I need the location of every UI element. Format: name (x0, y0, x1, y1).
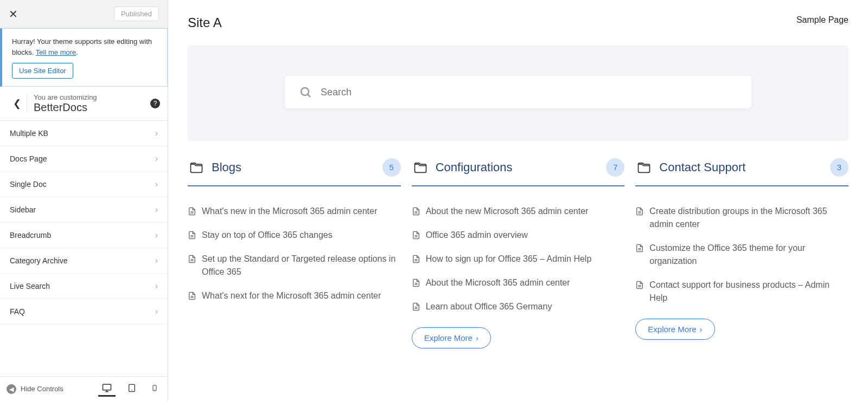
doc-title: Set up the Standard or Targeted release … (202, 253, 401, 279)
card-header: Contact Support 3 (635, 154, 848, 186)
menu-item-multiple-kb[interactable]: Multiple KB › (0, 121, 168, 146)
customizer-menu: Multiple KB › Docs Page › Single Doc › S… (0, 121, 168, 376)
menu-label: Docs Page (10, 154, 47, 163)
svg-line-8 (308, 94, 310, 97)
doc-item[interactable]: About the Microsoft 365 admin center (412, 271, 625, 295)
doc-list: Create distribution groups in the Micros… (635, 199, 848, 310)
collapse-icon: ◀ (7, 384, 16, 394)
card-title[interactable]: Contact Support (659, 160, 824, 174)
doc-title: Office 365 admin overview (426, 229, 528, 242)
hide-controls-label: Hide Controls (21, 385, 63, 393)
doc-title: Create distribution groups in the Micros… (649, 205, 848, 231)
doc-item[interactable]: About the new Microsoft 365 admin center (412, 199, 625, 223)
help-icon[interactable]: ? (150, 99, 160, 108)
document-icon (412, 230, 420, 240)
doc-item[interactable]: Customize the Office 365 theme for your … (635, 236, 848, 273)
menu-label: Multiple KB (10, 129, 48, 138)
doc-title: About the Microsoft 365 admin center (426, 276, 570, 289)
chevron-right-icon: › (155, 154, 158, 164)
site-editor-notice: Hurray! Your theme supports site editing… (0, 28, 168, 87)
doc-item[interactable]: Learn about Office 365 Germany (412, 295, 625, 319)
document-icon (412, 302, 420, 312)
sample-page-link[interactable]: Sample Page (796, 15, 848, 30)
menu-item-faq[interactable]: FAQ › (0, 299, 168, 325)
document-icon (412, 254, 420, 264)
use-site-editor-button[interactable]: Use Site Editor (12, 63, 73, 79)
card-title[interactable]: Configurations (436, 160, 600, 174)
doc-title: Stay on top of Office 365 changes (202, 229, 333, 242)
doc-list: About the new Microsoft 365 admin center… (412, 199, 625, 319)
preview-header: Site A Sample Page (168, 0, 868, 46)
menu-label: Category Archive (10, 256, 68, 265)
customizing-title: BetterDocs (34, 101, 97, 114)
chevron-right-icon: › (155, 230, 158, 240)
doc-item[interactable]: Set up the Standard or Targeted release … (188, 247, 401, 284)
customizing-label: You are customizing (34, 93, 97, 101)
menu-item-single-doc[interactable]: Single Doc › (0, 172, 168, 197)
doc-item[interactable]: Create distribution groups in the Micros… (635, 199, 848, 236)
folder-icon (188, 160, 205, 175)
tablet-icon[interactable] (124, 381, 139, 397)
doc-item[interactable]: Office 365 admin overview (412, 223, 625, 247)
document-icon (635, 280, 644, 290)
document-icon (188, 230, 196, 240)
chevron-right-icon: › (155, 256, 158, 266)
count-badge: 7 (606, 158, 624, 177)
menu-label: Single Doc (10, 180, 47, 189)
back-icon[interactable]: ❮ (8, 94, 27, 113)
explore-label: Explore More (424, 333, 473, 342)
menu-item-category-archive[interactable]: Category Archive › (0, 248, 168, 274)
doc-item[interactable]: How to sign up for Office 365 – Admin He… (412, 247, 625, 271)
svg-rect-0 (103, 384, 111, 390)
chevron-right-icon: › (155, 179, 158, 189)
doc-title: Customize the Office 365 theme for your … (649, 242, 848, 268)
sidebar-top-bar: ✕ Published (0, 0, 168, 28)
chevron-right-icon: › (155, 205, 158, 215)
doc-title: About the new Microsoft 365 admin center (426, 205, 589, 218)
explore-more-button[interactable]: Explore More › (635, 319, 714, 340)
close-icon[interactable]: ✕ (9, 8, 18, 21)
menu-label: Live Search (10, 282, 50, 290)
count-badge: 3 (830, 158, 848, 177)
doc-title: Contact support for business products – … (649, 279, 848, 305)
category-card: Configurations 7 About the new Microsoft… (412, 154, 625, 348)
card-header: Configurations 7 (412, 154, 625, 186)
document-icon (635, 243, 644, 253)
menu-label: FAQ (10, 307, 25, 316)
card-header: Blogs 5 (188, 154, 401, 186)
doc-item[interactable]: Stay on top of Office 365 changes (188, 223, 401, 247)
doc-list: What's new in the Microsoft 365 admin ce… (188, 199, 401, 308)
document-icon (412, 278, 420, 288)
search-input[interactable] (321, 87, 737, 98)
publish-button[interactable]: Published (114, 7, 159, 21)
menu-item-docs-page[interactable]: Docs Page › (0, 146, 168, 172)
notice-prefix: Hurray! Your theme supports site editing… (12, 37, 152, 56)
device-switcher (98, 381, 161, 397)
menu-item-breadcrumb[interactable]: Breadcrumb › (0, 223, 168, 248)
chevron-right-icon: › (476, 333, 478, 342)
svg-rect-3 (129, 384, 135, 391)
search-box[interactable] (285, 76, 751, 108)
menu-item-live-search[interactable]: Live Search › (0, 274, 168, 299)
doc-title: Learn about Office 365 Germany (426, 300, 552, 313)
site-title[interactable]: Site A (188, 15, 222, 30)
search-icon (299, 86, 312, 99)
doc-item[interactable]: Contact support for business products – … (635, 273, 848, 310)
document-icon (188, 206, 196, 216)
explore-more-button[interactable]: Explore More › (412, 327, 491, 348)
desktop-icon[interactable] (98, 381, 116, 397)
chevron-right-icon: › (155, 128, 158, 138)
folder-icon (635, 160, 653, 175)
doc-title: What's next for the Microsoft 365 admin … (202, 289, 381, 302)
hide-controls-button[interactable]: ◀ Hide Controls (7, 384, 63, 394)
svg-point-7 (301, 88, 309, 95)
mobile-icon[interactable] (148, 381, 161, 397)
search-section (188, 46, 848, 141)
menu-item-sidebar[interactable]: Sidebar › (0, 197, 168, 223)
card-title[interactable]: Blogs (212, 160, 376, 174)
doc-item[interactable]: What's new in the Microsoft 365 admin ce… (188, 199, 401, 223)
doc-item[interactable]: What's next for the Microsoft 365 admin … (188, 284, 401, 308)
menu-label: Sidebar (10, 205, 36, 214)
notice-link[interactable]: Tell me more (36, 48, 76, 56)
document-icon (412, 206, 420, 216)
